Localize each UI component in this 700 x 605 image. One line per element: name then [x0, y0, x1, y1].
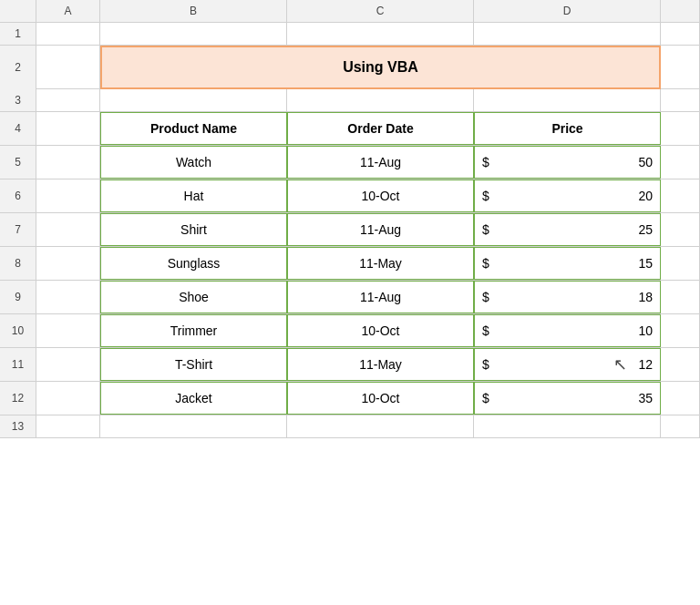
cell-7a[interactable] — [36, 213, 100, 246]
cell-9b-product[interactable]: Shoe — [100, 281, 287, 313]
row-num-9: 9 — [0, 281, 36, 313]
cell-7e[interactable] — [661, 213, 700, 246]
cell-10b-product[interactable]: Trimmer — [100, 314, 287, 347]
cell-5c-date[interactable]: 11-Aug — [287, 146, 474, 179]
cell-3b[interactable] — [100, 89, 287, 111]
cell-12d-price[interactable]: $ 35 — [474, 382, 661, 415]
product-name-7: Shirt — [180, 222, 207, 237]
cell-1a[interactable] — [36, 23, 100, 45]
header-order-date-text: Order Date — [347, 121, 413, 136]
cell-11d-price[interactable]: $ ↖ 12 — [474, 348, 661, 381]
cell-6e[interactable] — [661, 179, 700, 212]
cell-12e[interactable] — [661, 382, 700, 415]
cell-4a[interactable] — [36, 112, 100, 145]
dollar-5: $ — [482, 155, 500, 169]
row-num-7: 7 — [0, 213, 36, 246]
cell-5b-product[interactable]: Watch — [100, 146, 287, 179]
header-product[interactable]: Product Name — [100, 112, 287, 145]
cell-2a[interactable] — [36, 46, 100, 89]
row-num-2: 2 — [0, 46, 36, 89]
row-num-10: 10 — [0, 314, 36, 347]
dollar-12: $ — [482, 391, 500, 405]
cell-3a[interactable] — [36, 89, 100, 111]
cell-11e[interactable] — [661, 348, 700, 381]
product-name-12: Jacket — [175, 391, 211, 405]
cell-13d[interactable] — [474, 415, 661, 437]
grid-row-5: 5 Watch 11-Aug $ 50 — [0, 146, 700, 179]
row-num-3: 3 — [0, 89, 36, 111]
cell-12a[interactable] — [36, 382, 100, 415]
grid-body: 1 2 Using VBA 3 4 — [0, 23, 700, 605]
cell-5a[interactable] — [36, 146, 100, 179]
cell-11b-product[interactable]: T-Shirt — [100, 348, 287, 381]
header-order-date[interactable]: Order Date — [287, 112, 474, 145]
cell-7b-product[interactable]: Shirt — [100, 213, 287, 246]
product-name-6: Hat — [184, 189, 204, 203]
cell-6c-date[interactable]: 10-Oct — [287, 179, 474, 212]
grid-row-8: 8 Sunglass 11-May $ 15 — [0, 247, 700, 281]
cell-10c-date[interactable]: 10-Oct — [287, 314, 474, 347]
cell-3c[interactable] — [287, 89, 474, 111]
cell-1c[interactable] — [287, 23, 474, 45]
cell-1d[interactable] — [474, 23, 661, 45]
cell-13e[interactable] — [661, 415, 700, 437]
cell-8d-price[interactable]: $ 15 — [474, 247, 661, 280]
cell-10a[interactable] — [36, 314, 100, 347]
cell-8b-product[interactable]: Sunglass — [100, 247, 287, 280]
cell-8a[interactable] — [36, 247, 100, 280]
col-header-b: B — [100, 0, 287, 22]
cell-9c-date[interactable]: 11-Aug — [287, 281, 474, 313]
cell-10d-price[interactable]: $ 10 — [474, 314, 661, 347]
order-date-11: 11-May — [359, 357, 402, 372]
cell-9e[interactable] — [661, 281, 700, 313]
cell-6d-price[interactable]: $ 20 — [474, 179, 661, 212]
cell-5e[interactable] — [661, 146, 700, 179]
cell-8c-date[interactable]: 11-May — [287, 247, 474, 280]
cell-3e[interactable] — [661, 89, 700, 111]
cell-6a[interactable] — [36, 179, 100, 212]
cell-12c-date[interactable]: 10-Oct — [287, 382, 474, 415]
grid-row-13: 13 — [0, 415, 700, 438]
cell-1b[interactable] — [100, 23, 287, 45]
dollar-6: $ — [482, 189, 500, 203]
product-name-10: Trimmer — [170, 323, 218, 338]
cell-7c-date[interactable]: 11-Aug — [287, 213, 474, 246]
dollar-10: $ — [482, 323, 500, 338]
cursor-icon: ↖ — [613, 356, 627, 373]
order-date-5: 11-Aug — [360, 155, 401, 169]
grid-row-1: 1 — [0, 23, 700, 46]
cell-3d[interactable] — [474, 89, 661, 111]
spreadsheet: A B C D 1 2 Using VBA 3 — [0, 0, 700, 605]
grid-row-9: 9 Shoe 11-Aug $ 18 — [0, 281, 700, 314]
cell-1e[interactable] — [661, 23, 700, 45]
order-date-9: 11-Aug — [360, 290, 401, 304]
price-value-5: 50 — [500, 155, 653, 169]
price-value-10: 10 — [500, 323, 653, 338]
price-value-8: 15 — [500, 256, 653, 271]
cell-6b-product[interactable]: Hat — [100, 179, 287, 212]
order-date-10: 10-Oct — [361, 323, 399, 338]
grid-row-11: 11 T-Shirt 11-May $ ↖ 12 — [0, 348, 700, 382]
header-price[interactable]: Price — [474, 112, 661, 145]
title-cell[interactable]: Using VBA — [100, 46, 661, 89]
cell-13c[interactable] — [287, 415, 474, 437]
cell-2e[interactable] — [661, 46, 700, 89]
cell-9d-price[interactable]: $ 18 — [474, 281, 661, 313]
cell-5d-price[interactable]: $ 50 — [474, 146, 661, 179]
cell-12b-product[interactable]: Jacket — [100, 382, 287, 415]
price-value-11: 12 — [500, 357, 653, 372]
cell-10e[interactable] — [661, 314, 700, 347]
cell-13a[interactable] — [36, 415, 100, 437]
cell-11a[interactable] — [36, 348, 100, 381]
price-value-7: 25 — [500, 222, 653, 237]
cell-4e[interactable] — [661, 112, 700, 145]
cell-13b[interactable] — [100, 415, 287, 437]
cell-11c-date[interactable]: 11-May — [287, 348, 474, 381]
cell-7d-price[interactable]: $ 25 — [474, 213, 661, 246]
order-date-12: 10-Oct — [361, 391, 399, 405]
dollar-11: $ — [482, 357, 500, 372]
grid-row-2: 2 Using VBA — [0, 46, 700, 89]
row-num-5: 5 — [0, 146, 36, 179]
cell-8e[interactable] — [661, 247, 700, 280]
cell-9a[interactable] — [36, 281, 100, 313]
